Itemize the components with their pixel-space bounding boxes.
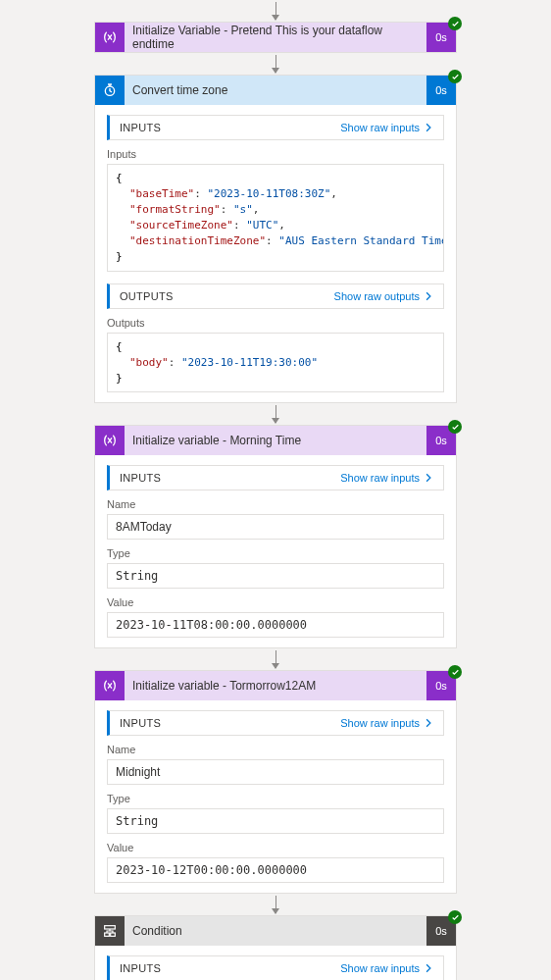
value-value[interactable]: 2023-10-12T00:00:00.0000000 [107,857,444,883]
inputs-section-bar: INPUTS Show raw inputs [107,710,444,736]
flow-run-view: Initialize Variable - Pretend This is yo… [0,0,551,980]
name-value[interactable]: Midnight [107,759,444,785]
show-raw-inputs-link[interactable]: Show raw inputs [340,122,433,133]
name-value[interactable]: 8AMToday [107,514,444,540]
step-title: Convert time zone [125,83,426,97]
variable-icon [95,671,125,700]
status-success-icon [448,70,462,83]
chevron-right-icon [424,123,433,132]
type-label: Type [107,547,444,559]
outputs-json[interactable]: { "body": "2023-10-11T19:30:00" } [107,333,444,393]
connector-arrow [276,896,276,913]
connector-arrow [276,405,276,423]
show-raw-outputs-link[interactable]: Show raw outputs [334,290,433,302]
chevron-right-icon [424,473,433,483]
variable-icon [95,23,125,52]
step-init-var-endtime[interactable]: Initialize Variable - Pretend This is yo… [94,22,457,53]
type-value[interactable]: String [107,563,444,589]
type-value[interactable]: String [107,808,444,834]
show-raw-inputs-link[interactable]: Show raw inputs [340,472,433,484]
chevron-right-icon [424,718,433,728]
status-success-icon [448,910,462,924]
chevron-right-icon [424,963,433,973]
inputs-section-bar: INPUTS Show raw inputs [107,465,444,490]
connector-arrow [276,55,276,73]
svg-rect-3 [111,933,116,936]
step-init-var-morning[interactable]: Initialize variable - Morning Time 0s IN… [94,425,457,648]
step-title: Condition [125,924,426,938]
name-label: Name [107,498,444,510]
step-condition[interactable]: Condition 0s INPUTS Show raw inputs Expr… [94,915,457,980]
inputs-json[interactable]: { "baseTime": "2023-10-11T08:30Z", "form… [107,164,444,272]
connector-arrow [276,2,276,20]
step-title: Initialize variable - Tormorrow12AM [125,679,426,693]
type-label: Type [107,793,444,804]
variable-icon [95,426,125,455]
inputs-section-bar: INPUTS Show raw inputs [107,955,444,980]
connector-arrow [276,650,276,668]
svg-rect-2 [105,933,110,936]
status-success-icon [448,17,462,30]
step-title: Initialize Variable - Pretend This is yo… [125,24,426,51]
outputs-label: Outputs [107,317,444,329]
step-title: Initialize variable - Morning Time [125,434,426,447]
show-raw-inputs-link[interactable]: Show raw inputs [340,962,433,974]
outputs-section-bar: OUTPUTS Show raw outputs [107,284,444,309]
status-success-icon [448,665,462,679]
value-label: Value [107,596,444,608]
inputs-label: Inputs [107,148,444,160]
svg-rect-1 [105,926,116,929]
name-label: Name [107,744,444,755]
step-init-var-tomorrow[interactable]: Initialize variable - Tormorrow12AM 0s I… [94,670,457,894]
value-label: Value [107,842,444,853]
chevron-right-icon [424,291,433,301]
condition-icon [95,916,125,946]
clock-icon [95,76,125,105]
value-value[interactable]: 2023-10-11T08:00:00.0000000 [107,612,444,638]
status-success-icon [448,420,462,434]
show-raw-inputs-link[interactable]: Show raw inputs [340,717,433,729]
step-convert-timezone[interactable]: Convert time zone 0s INPUTS Show raw inp… [94,75,457,403]
inputs-section-bar: INPUTS Show raw inputs [107,115,444,140]
